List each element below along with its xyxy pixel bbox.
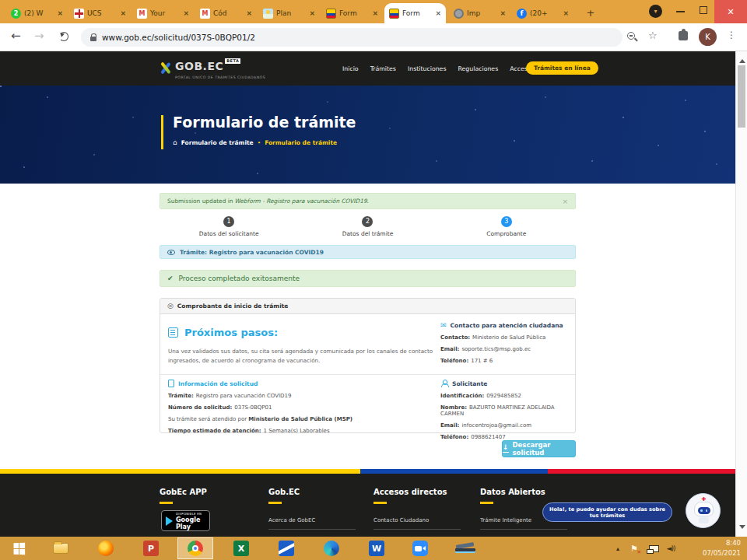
windows-taskbar: P X W ▴ ⚑✕ ◄)) 8:40 07/05/2021 xyxy=(0,537,747,560)
solicitante-line: Email:infocentrojoa@gmail.com xyxy=(440,422,574,429)
word-icon[interactable]: W xyxy=(367,539,386,558)
solicitante-line: Nombre:BAZURTO MARTINEZ ADELAIDA CARMEN xyxy=(440,404,574,417)
url-field[interactable]: www.gob.ec/solicitud/037S-0BQP01/2 xyxy=(81,28,622,47)
chrome-icon[interactable] xyxy=(186,539,205,558)
chatbot-avatar[interactable]: ✚ xyxy=(686,493,721,528)
url-text[interactable]: www.gob.ec/solicitud/037S-0BQP01/2 xyxy=(102,33,255,42)
taskbar-clock[interactable]: 8:40 07/05/2021 xyxy=(703,538,741,558)
step-1-label: Datos del solicitante xyxy=(160,230,298,237)
tab-close-icon[interactable]: × xyxy=(372,9,378,17)
extensions-icon[interactable] xyxy=(679,31,688,40)
footer-link-acerca[interactable]: Acerca de GobEC xyxy=(268,517,356,530)
action-center-flag-icon[interactable]: ⚑✕ xyxy=(627,537,641,560)
edge-icon[interactable] xyxy=(322,539,341,558)
footer-dash xyxy=(268,502,282,504)
tray-chevron-icon[interactable]: ▴ xyxy=(612,537,624,560)
nav-instituciones[interactable]: Instituciones xyxy=(408,65,447,72)
next-steps-text: Una vez validados sus datos, su cita ser… xyxy=(168,347,437,366)
tab-close-icon[interactable]: × xyxy=(563,9,569,17)
window-close-button[interactable]: ✕ xyxy=(714,0,747,23)
file-explorer-icon[interactable] xyxy=(51,539,70,558)
tab-search-menu-icon[interactable]: ▾ xyxy=(649,5,662,18)
footer-link-contacto[interactable]: Contacto Ciudadano xyxy=(374,517,461,530)
nav-inicio[interactable]: Inicio xyxy=(342,65,359,72)
play-triangle-icon xyxy=(166,516,173,526)
step-datos-tramite: 2 Datos del trámite xyxy=(298,216,437,237)
download-solicitud-button[interactable]: ↓ Descargar solicitud xyxy=(502,440,576,457)
submission-alert: Submission updated in Webform - Registro… xyxy=(160,193,576,209)
breadcrumb-separator: • xyxy=(258,139,261,146)
breadcrumb-parent[interactable]: Formulario de trámite xyxy=(181,139,254,146)
tab-close-icon[interactable]: × xyxy=(435,9,441,17)
step-datos-solicitante: 1 Datos del solicitante xyxy=(160,216,298,237)
tab-form-active[interactable]: Form× xyxy=(384,3,446,23)
tab-imp[interactable]: Imp× xyxy=(449,3,510,23)
reload-icon[interactable] xyxy=(59,32,68,41)
network-icon[interactable] xyxy=(646,537,661,560)
start-button[interactable] xyxy=(9,539,28,558)
tab-ucs[interactable]: UCS× xyxy=(69,3,131,23)
hero-banner: Formulario de trámite ⌂ Formulario de tr… xyxy=(0,86,735,184)
step-comprobante: 3 Comprobante xyxy=(437,216,576,237)
scrollbar-thumb[interactable] xyxy=(738,65,745,128)
zoom-app-icon[interactable] xyxy=(411,539,430,558)
google-play-badge[interactable]: DISPONIBLE ENGoogle Play xyxy=(161,510,210,531)
new-tab-button[interactable]: + xyxy=(582,4,599,21)
scroll-up-icon[interactable] xyxy=(739,56,745,63)
profile-avatar[interactable]: K xyxy=(699,28,717,46)
alert-close-icon[interactable]: × xyxy=(562,198,568,205)
logo-text: GOB.ECBETA xyxy=(175,60,240,72)
windows-logo-icon xyxy=(13,542,25,555)
tab-whatsapp[interactable]: 2(2) W× xyxy=(6,3,68,23)
robot-body xyxy=(699,517,709,523)
tab-close-icon[interactable]: × xyxy=(120,9,126,17)
tab-close-icon[interactable]: × xyxy=(500,9,506,17)
tab-form-1[interactable]: Form× xyxy=(321,3,383,23)
whatsapp-icon: 2 xyxy=(11,9,21,19)
target-circle-icon: ◎ xyxy=(167,303,174,310)
solicitante-section: Solicitante Identificación:0929485852 No… xyxy=(440,380,574,440)
person-icon xyxy=(440,380,448,387)
ecuador-flag-stripe xyxy=(0,469,735,474)
scroll-down-icon[interactable] xyxy=(739,525,745,532)
globe-icon xyxy=(454,9,464,19)
browser-menu-icon[interactable]: ⋮ xyxy=(727,30,736,40)
powerpoint-icon[interactable]: P xyxy=(142,539,160,558)
maximize-icon[interactable] xyxy=(700,6,707,14)
tab-close-icon[interactable]: × xyxy=(309,9,315,17)
tab-gmail-1[interactable]: MYour× xyxy=(132,3,194,23)
firefox-icon[interactable] xyxy=(96,539,115,558)
volume-icon[interactable]: ◄)) xyxy=(663,537,679,560)
page-scrollbar[interactable] xyxy=(735,51,747,537)
back-icon[interactable]: ← xyxy=(11,29,21,43)
tramites-en-linea-button[interactable]: Trámites en línea xyxy=(526,61,598,75)
epson-scan-icon[interactable] xyxy=(277,539,296,558)
ecuador-flag-icon xyxy=(326,9,336,19)
site-footer: GobEc APP Gob.EC Accesos directos Datos … xyxy=(0,469,735,537)
logo-subtitle: PORTAL ÚNICO DE TRÁMITES CIUDADANOS xyxy=(175,75,265,79)
tab-plan[interactable]: Plan× xyxy=(258,3,320,23)
scanner-icon[interactable] xyxy=(455,539,474,558)
nav-regulaciones[interactable]: Regulaciones xyxy=(458,65,498,72)
bookmark-star-icon[interactable]: ☆ xyxy=(648,30,658,41)
home-icon[interactable]: ⌂ xyxy=(173,139,177,146)
tab-close-icon[interactable]: × xyxy=(246,9,252,17)
nav-tramites[interactable]: Trámites xyxy=(370,65,396,72)
minimize-icon[interactable] xyxy=(676,11,685,12)
forward-icon[interactable]: → xyxy=(34,29,44,43)
chatbot-tooltip[interactable]: Hola!, te puedo ayudar con dudas sobre t… xyxy=(542,502,672,522)
step-2-circle: 2 xyxy=(362,216,373,227)
zoom-out-icon[interactable] xyxy=(627,32,635,40)
title-accent-bar xyxy=(161,115,163,149)
gobec-logo[interactable]: GOB.ECBETA PORTAL ÚNICO DE TRÁMITES CIUD… xyxy=(160,58,265,79)
content-area: Submission updated in Webform - Registro… xyxy=(0,184,735,469)
tab-close-icon[interactable]: × xyxy=(183,9,189,17)
excel-icon[interactable]: X xyxy=(232,539,251,558)
contact-line: Teléfono:171 # 6 xyxy=(440,358,573,364)
tab-facebook[interactable]: f(20+× xyxy=(512,3,573,23)
footer-col-gobec-title: Gob.EC xyxy=(268,488,300,496)
tab-gmail-2[interactable]: MCód× xyxy=(195,3,257,23)
download-icon: ↓ xyxy=(503,445,509,452)
tab-close-icon[interactable]: × xyxy=(57,9,63,17)
eye-icon xyxy=(167,250,175,255)
